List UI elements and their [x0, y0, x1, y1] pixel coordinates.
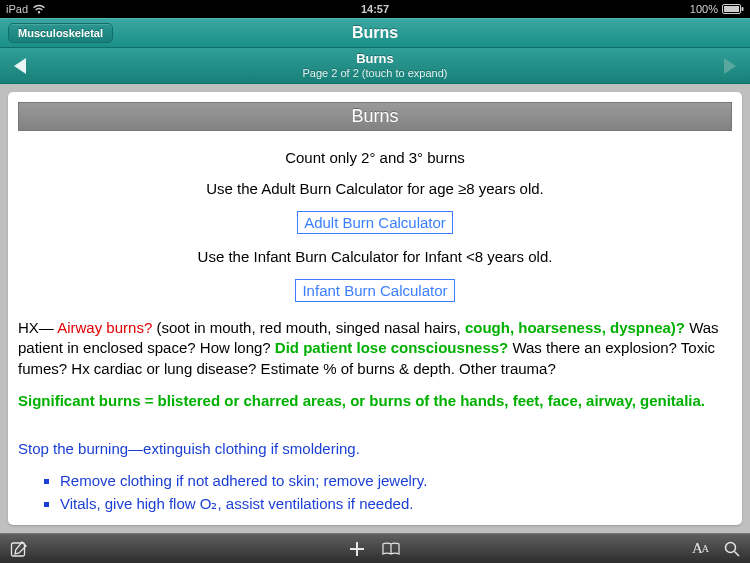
significant-burns: Significant burns = blistered or charred… [18, 391, 732, 411]
hx-loc: Did patient lose consciousness? [275, 339, 508, 356]
book-icon[interactable] [381, 541, 401, 557]
adult-burn-calculator-link[interactable]: Adult Burn Calculator [297, 211, 453, 234]
list-item: Remove clothing if not adhered to skin; … [60, 471, 732, 491]
intro-block: Count only 2° and 3° burns Use the Adult… [18, 149, 732, 302]
hx-text-1: (soot in mouth, red mouth, singed nasal … [156, 319, 460, 336]
hx-airway: Airway burns? [57, 319, 152, 336]
content-card[interactable]: Burns Count only 2° and 3° burns Use the… [8, 92, 742, 525]
next-page-arrow[interactable] [724, 58, 736, 74]
svg-point-4 [725, 542, 735, 552]
battery-icon [722, 4, 744, 14]
prev-page-arrow[interactable] [14, 58, 26, 74]
svg-rect-1 [724, 6, 739, 12]
pager-title: Burns [303, 52, 448, 67]
clock: 14:57 [361, 3, 389, 15]
pager-bar[interactable]: Burns Page 2 of 2 (touch to expand) [0, 48, 750, 84]
body-text: HX— Airway burns? (soot in mouth, red mo… [18, 318, 732, 514]
list-item: Vitals, give high flow O₂, assist ventil… [60, 494, 732, 514]
infant-burn-calculator-link[interactable]: Infant Burn Calculator [295, 279, 454, 302]
pager-subtitle: Page 2 of 2 (touch to expand) [303, 67, 448, 80]
compose-icon[interactable] [10, 540, 28, 558]
add-icon[interactable] [349, 541, 365, 557]
svg-rect-2 [742, 7, 744, 11]
battery-percentage: 100% [690, 3, 718, 15]
nav-title: Burns [352, 24, 398, 42]
stop-burning: Stop the burning—extinguish clothing if … [18, 439, 732, 459]
wifi-icon [32, 4, 46, 14]
device-label: iPad [6, 3, 28, 15]
search-icon[interactable] [724, 541, 740, 557]
action-list: Remove clothing if not adhered to skin; … [44, 471, 732, 514]
intro-line-1: Count only 2° and 3° burns [18, 149, 732, 166]
status-bar: iPad 14:57 100% [0, 0, 750, 18]
font-size-icon[interactable]: AA [692, 540, 708, 557]
intro-line-3: Use the Infant Burn Calculator for Infan… [18, 248, 732, 265]
bottom-toolbar: AA [0, 533, 750, 563]
hx-symptoms: cough, hoarseness, dyspnea)? [465, 319, 685, 336]
intro-line-2: Use the Adult Burn Calculator for age ≥8… [18, 180, 732, 197]
nav-bar: Musculoskeletal Burns [0, 18, 750, 48]
back-button[interactable]: Musculoskeletal [8, 23, 113, 43]
content-area: Burns Count only 2° and 3° burns Use the… [0, 84, 750, 533]
hx-paragraph: HX— Airway burns? (soot in mouth, red mo… [18, 318, 732, 379]
page-header: Burns [18, 102, 732, 131]
pager-center[interactable]: Burns Page 2 of 2 (touch to expand) [303, 52, 448, 80]
hx-label: HX— [18, 319, 54, 336]
